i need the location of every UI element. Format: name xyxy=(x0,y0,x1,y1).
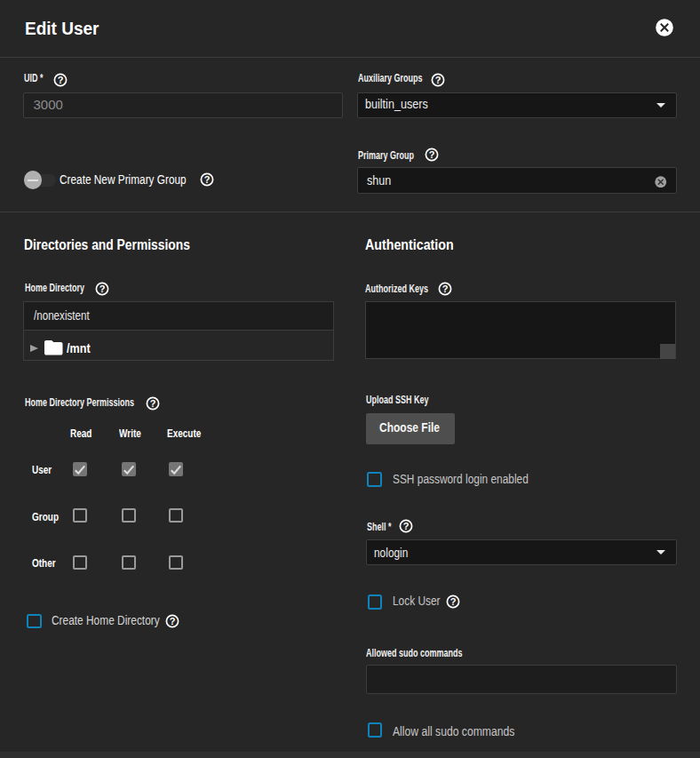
svg-text:?: ? xyxy=(429,149,435,160)
svg-text:?: ? xyxy=(442,283,449,294)
svg-text:?: ? xyxy=(170,616,176,626)
svg-text:?: ? xyxy=(99,283,105,294)
svg-text:?: ? xyxy=(434,75,441,85)
svg-text:?: ? xyxy=(449,596,456,607)
svg-text:?: ? xyxy=(58,75,64,85)
svg-text:?: ? xyxy=(204,174,211,185)
svg-text:?: ? xyxy=(402,521,409,531)
svg-text:?: ? xyxy=(149,398,155,409)
